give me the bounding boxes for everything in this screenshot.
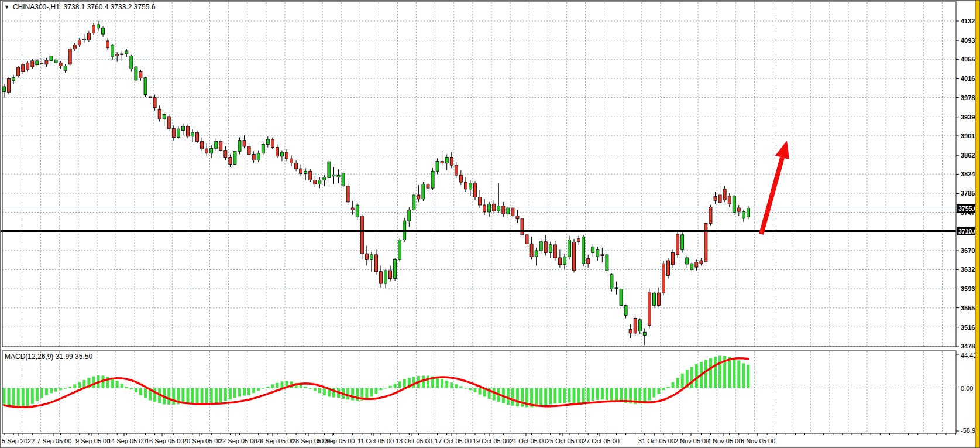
svg-text:20 Sep 05:00: 20 Sep 05:00	[183, 437, 221, 444]
svg-text:27 Oct 05:00: 27 Oct 05:00	[583, 437, 620, 444]
svg-text:26 Sep 05:00: 26 Sep 05:00	[256, 437, 294, 444]
svg-text:2 Nov 05:00: 2 Nov 05:00	[675, 437, 709, 444]
svg-text:17 Oct 05:00: 17 Oct 05:00	[435, 437, 472, 444]
chart-window: 4132.04093.04055.04016.03978.03939.03901…	[0, 0, 980, 448]
svg-text:22 Sep 05:00: 22 Sep 05:00	[219, 437, 257, 444]
scroll-marker-strip	[975, 1, 979, 448]
svg-text:11 Oct 05:00: 11 Oct 05:00	[357, 437, 394, 444]
svg-text:7 Sep 05:00: 7 Sep 05:00	[37, 437, 71, 444]
svg-text:0.00: 0.00	[961, 385, 973, 392]
svg-text:16 Sep 05:00: 16 Sep 05:00	[146, 437, 184, 444]
ohlc-header: ▼ CHINA300-,H1 3738.1 3760.4 3733.2 3755…	[4, 3, 155, 11]
time-axis[interactable]: 5 Sep 20227 Sep 05:009 Sep 05:0014 Sep 0…	[2, 433, 955, 444]
svg-text:44.43: 44.43	[961, 352, 977, 359]
svg-text:19 Oct 05:00: 19 Oct 05:00	[473, 437, 510, 444]
svg-text:8 Nov 05:00: 8 Nov 05:00	[741, 437, 775, 444]
svg-text:4 Nov 05:00: 4 Nov 05:00	[707, 437, 742, 444]
svg-text:13 Oct 05:00: 13 Oct 05:00	[396, 437, 432, 444]
svg-text:25 Oct 05:00: 25 Oct 05:00	[546, 437, 583, 444]
main-chart-canvas[interactable]: 4132.04093.04055.04016.03978.03939.03901…	[1, 1, 980, 448]
svg-text:14 Sep 05:00: 14 Sep 05:00	[108, 437, 146, 444]
macd-indicator-label: MACD(12,26,9) 31.99 35.50	[5, 353, 92, 361]
svg-text:31 Oct 05:00: 31 Oct 05:00	[638, 437, 675, 444]
svg-text:30 Sep 05:00: 30 Sep 05:00	[317, 437, 355, 444]
svg-text:21 Oct 05:00: 21 Oct 05:00	[510, 437, 546, 444]
symbol-dropdown-icon[interactable]: ▼	[4, 4, 9, 10]
symbol-ohlc-text: CHINA300-,H1 3738.1 3760.4 3733.2 3755.6	[13, 3, 156, 11]
svg-text:5 Sep 2022: 5 Sep 2022	[2, 437, 35, 444]
svg-text:9 Sep 05:00: 9 Sep 05:00	[75, 437, 110, 444]
